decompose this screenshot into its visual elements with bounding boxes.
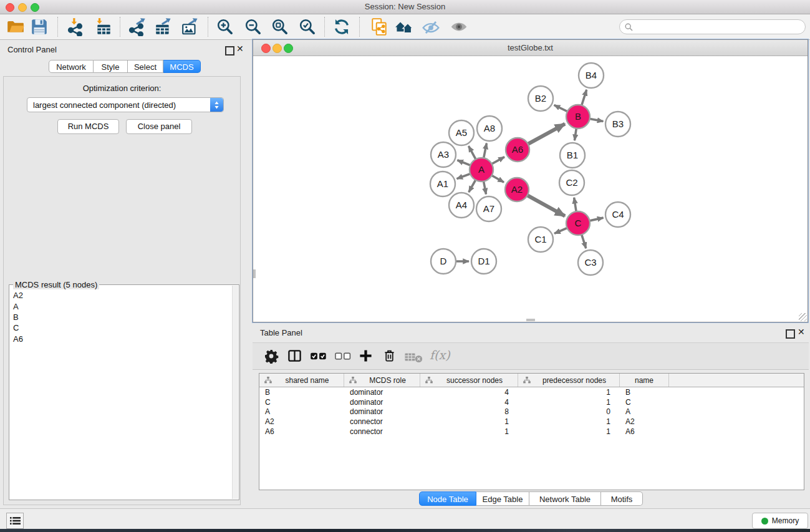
table-row[interactable]: A2 connector 1 1 A2	[259, 417, 804, 427]
network-graph[interactable]: B4B2BB3A8A5A6A3B1AC2A1A2A4A7C4CC1DD1C3	[253, 56, 808, 322]
tab-mcds[interactable]: MCDS	[163, 60, 201, 73]
column-header-shared-name[interactable]: shared name	[259, 374, 344, 387]
add-row-button[interactable]	[359, 349, 373, 363]
open-folder-icon	[6, 17, 25, 36]
graph-node-label-C2: C2	[566, 177, 577, 188]
graph-node-label-A2: A2	[511, 184, 523, 195]
graph-node-label-B4: B4	[586, 70, 597, 80]
table-panel: Table Panel ✕	[253, 324, 809, 506]
table-toolbar: f(x)	[253, 342, 809, 370]
zoom-selected-button[interactable]	[298, 17, 317, 36]
export-network-button[interactable]	[127, 17, 146, 36]
search-icon	[625, 23, 633, 31]
graph-node-label-A: A	[478, 164, 485, 175]
table-settings-button[interactable]	[264, 349, 279, 364]
list-item[interactable]: C	[9, 322, 233, 333]
column-header-mcds-role[interactable]: MCDS role	[344, 374, 420, 387]
mcds-panel: Optimization criterion: largest connecte…	[3, 76, 241, 505]
resize-grip[interactable]	[799, 313, 807, 321]
memory-button[interactable]: Memory	[752, 513, 808, 529]
hierarchy-icon	[523, 377, 531, 384]
float-table-panel-icon[interactable]	[786, 329, 795, 339]
eye-visible-icon	[450, 17, 468, 36]
graph-node-label-A8: A8	[484, 123, 495, 133]
status-bar: Memory	[0, 508, 810, 529]
view-horizontal-scrollbar[interactable]	[526, 319, 535, 321]
graph-node-label-B1: B1	[567, 150, 578, 160]
import-table-button[interactable]	[94, 17, 113, 36]
table-row[interactable]: A6 connector 1 1 A6	[259, 427, 804, 437]
toolbar-separator	[324, 17, 325, 37]
table-row[interactable]: A dominator 8 0 A	[259, 407, 804, 417]
result-scrollbar[interactable]	[232, 286, 238, 499]
show-columns-button[interactable]	[287, 349, 302, 363]
show-details-button[interactable]	[450, 17, 468, 36]
memory-label: Memory	[772, 516, 799, 525]
delete-table-button[interactable]	[404, 351, 423, 363]
control-panel-tabs: Network Style Select MCDS	[49, 60, 201, 73]
toolbar-separator	[359, 17, 360, 37]
tab-network[interactable]: Network	[49, 60, 94, 73]
open-session-button[interactable]	[6, 17, 25, 36]
task-history-button[interactable]	[6, 513, 24, 529]
tab-edge-table[interactable]: Edge Table	[476, 491, 529, 506]
list-item[interactable]: A2	[9, 290, 233, 301]
memory-status-icon	[761, 518, 768, 525]
zoom-out-button[interactable]	[244, 17, 263, 36]
search-input[interactable]	[635, 21, 805, 33]
hide-details-button[interactable]	[422, 17, 440, 36]
tab-select[interactable]: Select	[128, 60, 163, 73]
network-window-titlebar[interactable]: testGlobe.txt	[253, 40, 808, 56]
save-session-button[interactable]	[30, 17, 49, 36]
import-network-button[interactable]	[66, 17, 85, 36]
tab-style[interactable]: Style	[94, 60, 128, 73]
zoom-fit-button[interactable]	[271, 17, 289, 36]
column-header-predecessor-nodes[interactable]: predecessor nodes	[518, 374, 620, 387]
tab-motifs[interactable]: Motifs	[601, 491, 643, 506]
refresh-button[interactable]	[332, 17, 351, 36]
homes-button[interactable]	[395, 17, 413, 36]
list-item[interactable]: B	[9, 312, 233, 322]
main-toolbar	[0, 14, 810, 40]
import-table-icon	[94, 17, 113, 36]
close-table-panel-icon[interactable]: ✕	[798, 327, 805, 337]
export-table-button[interactable]	[154, 17, 173, 36]
zoom-fit-icon	[271, 17, 289, 36]
column-header-successor-nodes[interactable]: successor nodes	[420, 374, 518, 387]
float-panel-icon[interactable]	[225, 46, 234, 56]
control-panel-title: Control Panel	[7, 45, 57, 54]
import-network-icon	[66, 17, 85, 36]
select-all-button[interactable]	[310, 351, 327, 361]
control-panel: Control Panel ✕ Network Style Select MCD…	[0, 39, 243, 506]
tab-network-table[interactable]: Network Table	[529, 491, 601, 506]
list-icon	[10, 516, 21, 525]
list-item[interactable]: A6	[9, 334, 233, 344]
table-row[interactable]: C dominator 4 1 C	[259, 397, 804, 407]
graph-node-label-B3: B3	[612, 118, 624, 129]
view-vertical-scrollbar[interactable]	[253, 269, 256, 278]
graph-node-label-A3: A3	[438, 149, 449, 160]
search-field[interactable]	[619, 19, 806, 34]
export-image-button[interactable]	[181, 17, 200, 36]
close-panel-button[interactable]: Close panel	[126, 119, 192, 134]
close-panel-icon[interactable]: ✕	[236, 44, 244, 54]
column-header-name[interactable]: name	[620, 374, 669, 387]
hierarchy-icon	[425, 377, 433, 384]
hierarchy-icon	[349, 377, 357, 384]
mcds-result-title: MCDS result (5 nodes)	[13, 280, 99, 289]
table-row[interactable]: B dominator 4 1 B	[259, 387, 804, 397]
graph-node-label-D1: D1	[478, 256, 489, 266]
tab-node-table[interactable]: Node Table	[419, 491, 476, 506]
documents-share-button[interactable]	[370, 17, 388, 36]
run-mcds-button[interactable]: Run MCDS	[57, 119, 119, 134]
graph-node-label-D: D	[440, 256, 447, 266]
list-item[interactable]: A	[9, 301, 233, 311]
toolbar-separator	[57, 17, 58, 37]
zoom-in-button[interactable]	[216, 17, 234, 36]
save-floppy-icon	[30, 17, 49, 36]
deselect-all-button[interactable]	[334, 351, 352, 361]
function-builder-button[interactable]: f(x)	[430, 348, 450, 362]
app-titlebar: Session: New Session	[0, 0, 810, 14]
optimization-criterion-select[interactable]: largest connected component (directed)	[27, 97, 224, 112]
delete-row-button[interactable]	[382, 349, 397, 363]
